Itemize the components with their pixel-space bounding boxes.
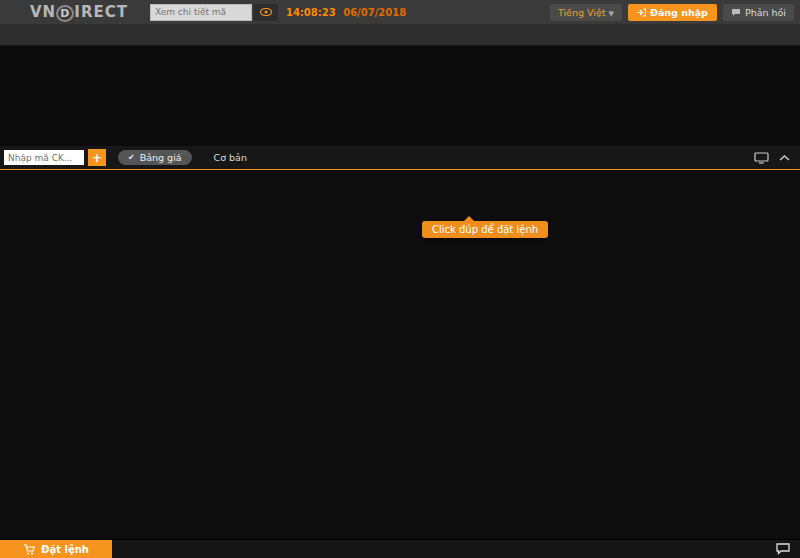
date: 06/07/2018: [343, 7, 406, 18]
view-detail-button[interactable]: [254, 4, 278, 21]
board-view-toggle[interactable]: ✔ Bảng giá: [118, 150, 192, 165]
cart-icon: [23, 544, 35, 555]
check-icon: ✔: [128, 153, 135, 162]
login-button[interactable]: Đăng nhập: [628, 4, 717, 21]
add-symbol-button[interactable]: +: [88, 149, 106, 166]
vndirect-logo[interactable]: VNDIRECT: [30, 3, 128, 21]
chevron-down-icon: ▼: [609, 10, 614, 18]
bottom-bar: Đặt lệnh: [0, 539, 800, 558]
login-icon: [637, 8, 646, 17]
place-order-button[interactable]: Đặt lệnh: [0, 540, 112, 558]
symbol-detail-search-input[interactable]: [150, 4, 252, 21]
eye-icon: [260, 8, 272, 16]
top-bar: VNDIRECT 14:08:23 06/07/2018 Tiếng Việt …: [0, 0, 800, 24]
order-tooltip: Click đúp để đặt lệnh: [422, 221, 548, 238]
main-menu: [0, 24, 800, 46]
chat-icon[interactable]: [776, 543, 790, 555]
board-toolbar: + ✔ Bảng giá Cơ bản: [0, 146, 800, 170]
clock: 14:08:23 06/07/2018: [286, 7, 406, 18]
monitor-icon[interactable]: [754, 152, 769, 164]
feedback-button[interactable]: Phản hồi: [723, 4, 794, 21]
speech-bubble-icon: [731, 8, 741, 17]
tab-co-ban[interactable]: Cơ bản: [204, 150, 257, 165]
symbol-add-input[interactable]: [4, 150, 84, 165]
index-strip: [0, 46, 800, 146]
collapse-up-icon[interactable]: [779, 154, 790, 162]
time: 14:08:23: [286, 7, 336, 18]
vndirect-price-board: VNDIRECT 14:08:23 06/07/2018 Tiếng Việt …: [0, 0, 800, 558]
language-selector[interactable]: Tiếng Việt ▼: [550, 4, 622, 21]
